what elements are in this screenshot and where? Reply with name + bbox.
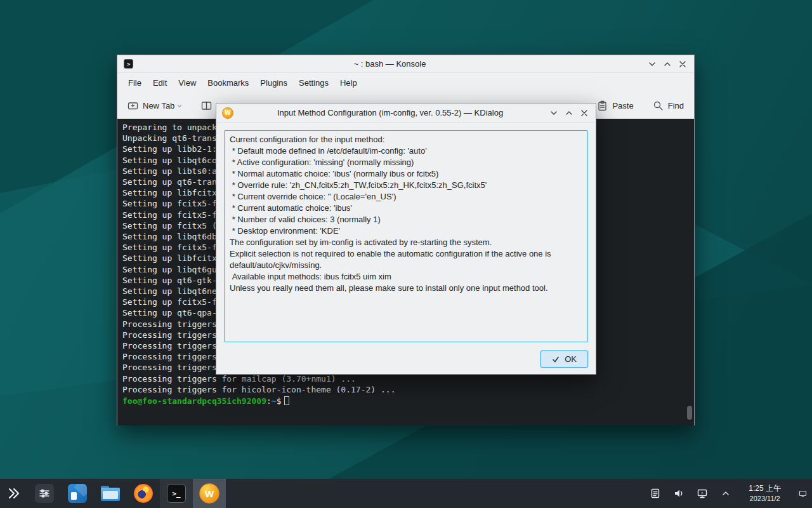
desktop: > ~ : bash — Konsole FileEditViewBookmar… — [0, 0, 812, 508]
prompt-user-host: foo@foo-standardpcq35ich92009 — [122, 396, 266, 406]
new-tab-label: New Tab — [143, 101, 174, 110]
message-text-area[interactable]: Current configuration for the input meth… — [224, 130, 588, 342]
message-line: Unless you really need them all, please … — [230, 283, 582, 294]
task-kdialog[interactable]: W — [193, 479, 226, 508]
konsole-titlebar[interactable]: > ~ : bash — Konsole — [117, 55, 694, 73]
find-label: Find — [668, 101, 684, 110]
message-line: * Current automatic choice: 'ibus' — [230, 203, 582, 214]
menu-item[interactable]: Edit — [147, 76, 173, 90]
clock-time: 1:25 上午 — [749, 484, 781, 494]
show-desktop-button[interactable] — [797, 490, 808, 498]
blue-app-icon — [68, 484, 87, 503]
message-line: * Default mode defined in /etc/default/i… — [230, 145, 582, 157]
kde-launcher-icon — [6, 486, 22, 501]
kdialog-titlebar[interactable]: W Input Method Configuration (im-config,… — [216, 104, 596, 123]
notifications-icon[interactable] — [648, 486, 662, 500]
menu-item[interactable]: Help — [334, 76, 363, 90]
ok-button[interactable]: OK — [540, 351, 588, 368]
konsole-app-icon: > — [124, 59, 133, 69]
message-line: Explicit selection is not required to en… — [230, 248, 582, 271]
menu-item[interactable]: Settings — [293, 76, 334, 90]
konsole-icon: >_ — [167, 484, 186, 503]
menu-item[interactable]: Plugins — [254, 76, 293, 90]
close-button[interactable] — [675, 57, 690, 72]
digital-clock[interactable]: 1:25 上午 2023/11/2 — [742, 484, 787, 503]
display-icon[interactable] — [695, 486, 709, 500]
ok-label: OK — [565, 354, 577, 364]
prompt-colon: : — [266, 396, 272, 406]
firefox-icon — [134, 484, 153, 503]
message-line: The configuration set by im-config is ac… — [230, 237, 582, 248]
terminal-line: Processing triggers for hicolor-icon-the… — [122, 384, 694, 395]
volume-icon[interactable] — [672, 486, 686, 500]
terminal-cursor — [284, 396, 289, 405]
kdialog-app-icon: W — [222, 107, 233, 119]
show-desktop-icon — [799, 490, 807, 498]
kdialog-window-title: Input Method Configuration (im-config, v… — [242, 108, 539, 117]
kdialog-body: Current configuration for the input meth… — [216, 123, 596, 342]
task-firefox[interactable] — [127, 479, 160, 508]
system-tray: 1:25 上午 2023/11/2 — [648, 479, 812, 508]
close-button[interactable] — [577, 105, 592, 121]
task-sliders-app[interactable] — [28, 479, 61, 508]
prompt-dollar: $ — [277, 396, 282, 406]
paste-button[interactable]: Paste — [597, 100, 633, 111]
window-controls — [546, 105, 596, 121]
menu-item[interactable]: File — [122, 76, 147, 90]
message-line: * Normal automatic choice: 'ibus' (norma… — [230, 168, 582, 180]
kdialog-window: W Input Method Configuration (im-config,… — [216, 103, 596, 375]
sliders-app-icon — [35, 484, 54, 503]
checkmark-icon — [552, 356, 560, 363]
chevron-down-icon — [179, 101, 182, 110]
toolbar-right-group: Paste Find — [597, 100, 684, 111]
task-blue-app[interactable] — [61, 479, 94, 508]
app-launcher-button[interactable] — [0, 479, 28, 508]
maximize-button[interactable] — [660, 57, 675, 72]
message-line: * Number of valid choices: 3 (normally 1… — [230, 214, 582, 225]
scrollbar-thumb[interactable] — [687, 406, 692, 420]
kdialog-footer: OK — [216, 342, 596, 375]
message-line: Available input methods: ibus fcitx5 uim… — [230, 271, 582, 283]
new-tab-button[interactable]: New Tab — [128, 100, 182, 111]
message-line: * Desktop environment: 'KDE' — [230, 225, 582, 237]
konsole-window-title: ~ : bash — Konsole — [143, 59, 637, 69]
terminal-scrollbar[interactable] — [686, 121, 693, 424]
message-line: * Active configuration: 'missing' (norma… — [230, 157, 582, 168]
minimize-button[interactable] — [645, 57, 660, 72]
konsole-menubar: FileEditViewBookmarksPluginsSettingsHelp — [117, 73, 694, 92]
dolphin-folder-icon — [101, 486, 120, 501]
find-button[interactable]: Find — [653, 100, 684, 111]
maximize-button[interactable] — [561, 105, 577, 121]
kdialog-w-icon: W — [199, 483, 219, 504]
paste-label: Paste — [612, 101, 633, 110]
clock-date: 2023/11/2 — [750, 494, 780, 503]
minimize-button[interactable] — [546, 105, 561, 121]
expand-tray-chevron-icon[interactable] — [719, 486, 733, 500]
menu-item[interactable]: Bookmarks — [202, 76, 254, 90]
message-line: Current configuration for the input meth… — [230, 134, 582, 145]
window-controls — [645, 57, 694, 72]
task-dolphin[interactable] — [94, 479, 127, 508]
taskbar: >_ W 1:25 上午 2023/11/2 — [0, 479, 812, 508]
menu-item[interactable]: View — [173, 76, 202, 90]
prompt-path: ~ — [272, 396, 277, 406]
task-konsole[interactable]: >_ — [160, 479, 193, 508]
terminal-prompt: foo@foo-standardpcq35ich92009:~$ — [122, 395, 694, 406]
message-line: * Override rule: 'zh_CN,fcitx5:zh_TW,fci… — [230, 180, 582, 191]
message-line: * Current override choice: '' (Locale='e… — [230, 191, 582, 203]
